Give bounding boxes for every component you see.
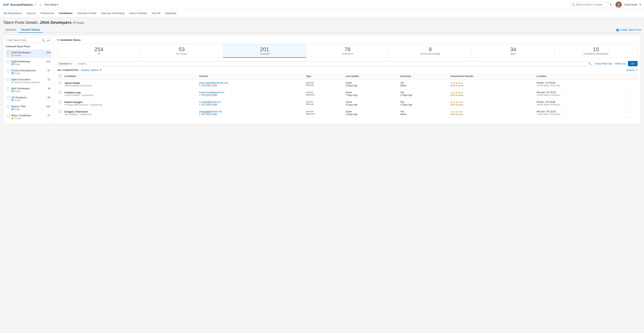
pool-info: Product Development 🌐Public	[11, 69, 46, 74]
pool-checkbox[interactable]	[7, 78, 10, 81]
status-card-contacted[interactable]: 201 Contacted	[223, 44, 306, 58]
candidate-name[interactable]: Frankie Long	[64, 91, 196, 94]
pool-checkbox[interactable]	[7, 105, 10, 108]
row-checkbox[interactable]	[59, 101, 62, 103]
global-search-input[interactable]	[576, 3, 609, 6]
row-arrow-icon[interactable]: ›	[625, 91, 626, 94]
row-arrow-cell[interactable]: ›	[624, 79, 638, 89]
search-toolbar: Standard ⊙ 🔍 Show Filter Bar Filters (4)…	[57, 61, 638, 66]
pool-checkbox[interactable]	[7, 60, 10, 63]
row-checkbox[interactable]	[59, 91, 62, 94]
pool-item[interactable]: Digital Marketing 🌐Public 332	[6, 58, 52, 67]
status-number: 78	[308, 46, 387, 52]
sidebar-search-bar[interactable]: 🔍 •••	[6, 38, 52, 43]
go-button[interactable]: Go	[628, 61, 638, 66]
row-checkbox-cell[interactable]	[57, 79, 63, 89]
status-card-no-contact[interactable]: 53 No Contact	[140, 44, 223, 58]
status-card-warm[interactable]: 34 Warm	[472, 44, 555, 58]
user-avatar[interactable]	[616, 1, 622, 8]
nav-interview-central[interactable]: Interview Central	[77, 9, 96, 17]
show-filter-bar-link[interactable]: Show Filter Bar	[595, 62, 612, 65]
pool-item[interactable]: Sales Executives 🔗Shared (Lindsay Harris…	[6, 76, 52, 85]
nav-ask-hr[interactable]: Ask HR	[152, 9, 160, 17]
select-all-checkbox[interactable]	[59, 75, 62, 77]
pool-checkbox[interactable]	[7, 51, 10, 54]
candidate-search-input[interactable]	[78, 62, 587, 65]
nav-sources[interactable]: Sources	[26, 9, 36, 17]
pool-item[interactable]: JAVA Developers 🔒Private 254	[6, 49, 52, 58]
pool-item[interactable]: UX Designers 🌐Public 65	[6, 94, 52, 103]
row-checkbox[interactable]	[59, 110, 62, 113]
pool-name: Digital Marketing	[11, 60, 44, 63]
column-screened: Screened	[399, 73, 449, 79]
nav-preferences[interactable]: Preferences	[40, 9, 54, 17]
contact-email[interactable]: jason.gupta@facebook.com	[199, 81, 303, 84]
home-icon[interactable]: ⌂	[40, 3, 42, 6]
display-options-button[interactable]: Display Options 👁	[81, 69, 102, 71]
row-arrow-cell[interactable]: ›	[624, 99, 638, 108]
contact-email[interactable]: h.vaugh@gmail.com	[199, 101, 303, 103]
row-arrow-icon[interactable]: ›	[625, 101, 626, 104]
status-card-all[interactable]: 254 All	[58, 44, 140, 58]
actions-button[interactable]: Actions ↗	[626, 69, 638, 71]
contact-email[interactable]: frankie.long@gmail.com	[199, 91, 303, 94]
pool-checkbox[interactable]	[7, 96, 10, 99]
pool-count: 65	[48, 96, 50, 99]
nav-help-tutorials[interactable]: Help & Tutorials	[129, 9, 147, 17]
pool-item[interactable]: Product Development 🌐Public 67	[6, 67, 52, 76]
tab-search[interactable]: SEARCH	[3, 27, 18, 33]
select-all-header[interactable]	[57, 73, 63, 79]
filters-link[interactable]: Filters (4)	[615, 62, 626, 65]
row-checkbox-cell[interactable]	[57, 99, 63, 108]
candidate-name[interactable]: Hubert Vaughn	[64, 101, 196, 104]
pool-info: Digital Marketing 🌐Public	[11, 60, 44, 65]
display-options-label: Display Options	[81, 69, 99, 71]
sidebar-search-input[interactable]	[8, 39, 41, 42]
row-arrow-cell[interactable]: ›	[624, 89, 638, 99]
nav-interview-scheduling[interactable]: Interview Scheduling	[101, 9, 124, 17]
column-type: Type	[304, 73, 344, 79]
more-options-icon[interactable]: •••	[47, 39, 50, 42]
column-actions	[624, 73, 638, 79]
candidate-search-bar[interactable]: 🔍	[76, 61, 594, 66]
contact-email[interactable]: greggggg@gmail.com	[199, 110, 303, 113]
pool-item[interactable]: Web Developers 🌐Public 49	[6, 85, 52, 94]
nav-candidates[interactable]: Candidates	[59, 9, 72, 17]
row-arrow-cell[interactable]: ›	[624, 108, 638, 118]
status-card-screened[interactable]: 78 Screened ▾	[306, 44, 389, 58]
pool-item[interactable]: Reston: PMs 🌐Public 332	[6, 103, 52, 112]
row-checkbox[interactable]	[59, 81, 62, 84]
pool-type: 🌐Public	[11, 72, 46, 74]
status-card-forwarded[interactable]: 15 Forwarded to Requisitions	[555, 44, 637, 58]
create-talent-pool-button[interactable]: 👥 Create Talent Pool	[616, 28, 641, 31]
row-arrow-icon[interactable]: ›	[625, 81, 626, 85]
pool-checkbox[interactable]	[7, 87, 10, 90]
status-cards: 254 All 53 No Contact 201 Contacted 78 S…	[57, 44, 638, 58]
row-checkbox-cell[interactable]	[57, 108, 63, 118]
pool-item[interactable]: Warm Candidates 🔒Private 67	[6, 112, 52, 121]
candidate-name[interactable]: Jason Gupta	[64, 81, 196, 84]
candidate-status-section: ▾ Candidate Status 254 All 53 No Contact…	[57, 38, 638, 58]
location-name: McLean, VA 22101	[537, 110, 622, 113]
pool-checkbox[interactable]	[7, 69, 10, 72]
row-arrow-icon[interactable]: ›	[625, 110, 626, 114]
recruiting-menu[interactable]: Recruiting ▾	[45, 3, 58, 6]
pool-checkbox[interactable]	[7, 114, 10, 117]
contact-cell: greggggg@gmail.com 1 703 (555)-3385	[198, 108, 304, 118]
location-cell: McLean, VA 22101 United States of Americ…	[535, 89, 624, 99]
update-status: Active	[346, 81, 397, 84]
right-content: ▾ Candidate Status 254 All 53 No Contact…	[54, 35, 641, 124]
pool-count: 49	[48, 87, 50, 90]
nav-job-requisitions[interactable]: Job Requisitions	[3, 9, 22, 17]
pool-info: Reston: PMs 🌐Public	[11, 105, 44, 110]
nav-marketing[interactable]: Marketing	[165, 9, 176, 17]
tab-talent-pools[interactable]: TALENT POOLS	[18, 27, 42, 33]
status-header[interactable]: ▾ Candidate Status	[57, 38, 638, 41]
global-search-bar[interactable]: 🔍 ▾	[570, 2, 613, 7]
status-card-not-actively-seeking[interactable]: 8 Not Actively Seeking	[389, 44, 472, 58]
row-checkbox-cell[interactable]	[57, 89, 63, 99]
assessment-cell: ★★★★★ 99th Percentile	[449, 99, 535, 108]
standard-select[interactable]: Standard ⊙	[57, 61, 74, 66]
user-name[interactable]: Carla Grant	[624, 3, 637, 6]
candidate-name[interactable]: Gregory Townsend	[64, 110, 196, 113]
